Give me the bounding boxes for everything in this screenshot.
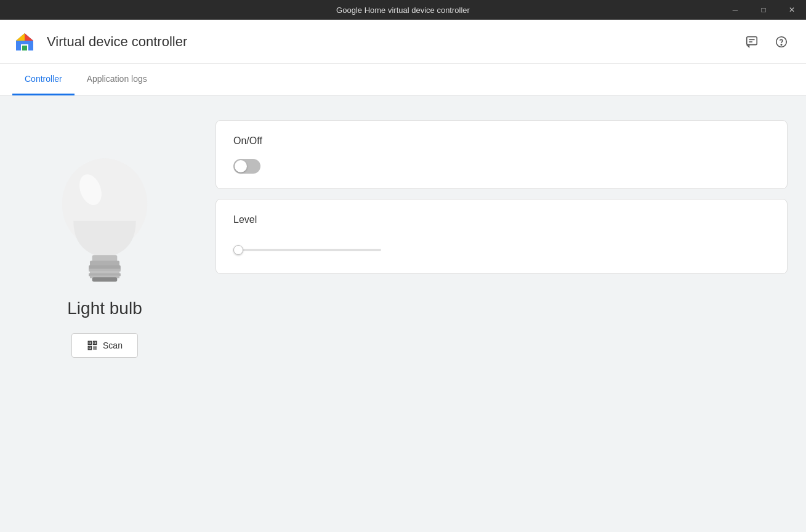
svg-rect-24 (95, 349, 97, 350)
qr-icon (87, 340, 98, 351)
maximize-button[interactable]: □ (749, 0, 778, 20)
main-content: Light bulb Scan On/Off (0, 95, 806, 532)
level-card: Level (216, 199, 788, 274)
on-off-label: On/Off (233, 135, 770, 147)
title-bar-controls: ─ □ ✕ (721, 0, 806, 20)
svg-rect-1 (747, 36, 757, 44)
app-logo (12, 30, 37, 54)
tabs-bar: Controller Application logs (0, 64, 806, 95)
svg-rect-19 (89, 342, 91, 344)
svg-rect-0 (22, 46, 27, 50)
svg-rect-25 (94, 349, 95, 350)
close-button[interactable]: ✕ (778, 0, 806, 20)
svg-rect-21 (89, 347, 91, 349)
level-slider[interactable] (233, 249, 381, 251)
tab-controller[interactable]: Controller (12, 64, 75, 95)
feedback-button[interactable] (740, 30, 764, 54)
title-bar-text: Google Home virtual device controller (336, 6, 470, 15)
on-off-card: On/Off (216, 120, 788, 189)
on-off-toggle[interactable] (233, 159, 260, 174)
help-button[interactable] (769, 30, 794, 54)
svg-point-5 (781, 44, 781, 44)
tab-application-logs[interactable]: Application logs (75, 64, 159, 95)
help-icon (775, 35, 788, 49)
level-label: Level (233, 214, 770, 225)
minimize-button[interactable]: ─ (721, 0, 749, 20)
svg-rect-26 (95, 347, 97, 348)
svg-rect-20 (94, 342, 95, 344)
right-panel: On/Off Level (216, 114, 788, 514)
left-panel: Light bulb Scan (18, 114, 191, 514)
device-image (37, 139, 172, 286)
app-title: Virtual device controller (47, 34, 187, 50)
header-actions (740, 30, 794, 54)
scan-button[interactable]: Scan (71, 333, 138, 358)
svg-rect-23 (94, 347, 95, 348)
title-bar: Google Home virtual device controller ─ … (0, 0, 806, 20)
level-slider-container (233, 238, 770, 259)
scan-button-label: Scan (103, 341, 123, 350)
app-header: Virtual device controller (0, 20, 806, 64)
feedback-icon (745, 35, 759, 49)
device-name: Light bulb (67, 299, 142, 318)
toggle-knob (235, 160, 247, 172)
svg-rect-15 (92, 277, 118, 281)
